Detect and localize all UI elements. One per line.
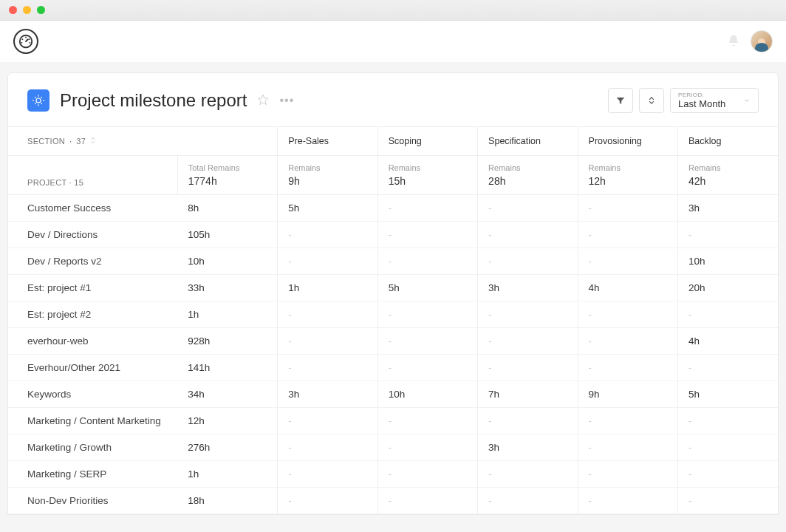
project-name-cell: Est: project #2 bbox=[8, 301, 177, 328]
table-row[interactable]: Dev / Reports v210h----10h bbox=[8, 248, 778, 275]
sort-updown-icon bbox=[646, 95, 657, 106]
svg-point-4 bbox=[21, 42, 23, 44]
data-cell: 5h bbox=[377, 275, 477, 301]
data-cell: - bbox=[278, 488, 377, 514]
project-name-cell: Marketing / Content Marketing bbox=[8, 408, 177, 434]
data-cell: 3h bbox=[478, 434, 578, 461]
table-row[interactable]: Marketing / SERP1h----- bbox=[8, 461, 778, 488]
project-name-cell: Marketing / Growth bbox=[8, 434, 177, 461]
more-menu-button[interactable]: ••• bbox=[279, 94, 294, 107]
data-cell: - bbox=[377, 248, 477, 275]
page-title: Project milestone report bbox=[60, 90, 247, 111]
data-cell: 20h bbox=[678, 275, 779, 301]
data-cell: - bbox=[678, 355, 779, 381]
project-name-cell: Customer Success bbox=[8, 195, 177, 222]
table-row[interactable]: Marketing / Growth276h--3h-- bbox=[8, 434, 778, 461]
data-cell: 5h bbox=[278, 195, 377, 222]
table-row[interactable]: Est: project #21h----- bbox=[8, 301, 778, 328]
project-count-header: PROJECT · 15 bbox=[27, 178, 83, 187]
column-header[interactable]: Backlog bbox=[678, 127, 779, 156]
table-row[interactable]: everhour-web928h----4h bbox=[8, 328, 778, 355]
table-row[interactable]: Dev / Directions105h----- bbox=[8, 222, 778, 248]
data-cell: - bbox=[278, 301, 377, 328]
data-cell: - bbox=[278, 355, 377, 381]
column-header[interactable]: Scoping bbox=[377, 127, 477, 156]
app-logo[interactable] bbox=[13, 29, 38, 54]
notifications-icon[interactable] bbox=[727, 34, 740, 50]
project-name-cell: everhour-web bbox=[8, 328, 177, 355]
table-row[interactable]: Non-Dev Priorities18h----- bbox=[8, 488, 778, 514]
data-cell: - bbox=[478, 355, 578, 381]
data-cell: - bbox=[678, 461, 779, 488]
table-row[interactable]: Est: project #133h1h5h3h4h20h bbox=[8, 275, 778, 301]
project-name-cell: Non-Dev Priorities bbox=[8, 488, 177, 514]
table-row[interactable]: Marketing / Content Marketing12h----- bbox=[8, 408, 778, 434]
data-cell: - bbox=[578, 355, 677, 381]
data-cell: - bbox=[578, 248, 677, 275]
column-header[interactable]: Pre-Sales bbox=[278, 127, 377, 156]
data-cell: - bbox=[377, 461, 477, 488]
data-cell: - bbox=[478, 222, 578, 248]
sort-toggle-button[interactable] bbox=[639, 88, 664, 113]
window-maximize-icon[interactable] bbox=[37, 6, 45, 14]
svg-point-1 bbox=[25, 37, 27, 38]
browser-chrome bbox=[0, 0, 786, 21]
data-cell: 3h bbox=[278, 381, 377, 408]
gauge-icon bbox=[18, 33, 34, 50]
chevron-down-icon bbox=[743, 95, 751, 106]
data-cell: 5h bbox=[678, 381, 779, 408]
project-total-cell: 1h bbox=[177, 461, 277, 488]
data-cell: 7h bbox=[478, 381, 578, 408]
column-header[interactable]: Provosioning bbox=[578, 127, 677, 156]
favorite-button[interactable] bbox=[257, 94, 269, 108]
data-cell: - bbox=[377, 328, 477, 355]
project-name-cell: Dev / Reports v2 bbox=[8, 248, 177, 275]
data-cell: 3h bbox=[478, 275, 578, 301]
project-total-cell: 105h bbox=[177, 222, 277, 248]
data-cell: 4h bbox=[578, 275, 677, 301]
data-cell: - bbox=[578, 408, 677, 434]
data-cell: - bbox=[478, 301, 578, 328]
sort-icon bbox=[90, 137, 96, 146]
data-cell: - bbox=[278, 408, 377, 434]
section-count-header[interactable]: SECTION · 37 bbox=[27, 137, 267, 146]
data-cell: - bbox=[377, 434, 477, 461]
window-close-icon[interactable] bbox=[9, 6, 17, 14]
project-total-cell: 1h bbox=[177, 301, 277, 328]
data-cell: - bbox=[578, 301, 677, 328]
data-cell: - bbox=[678, 408, 779, 434]
column-header[interactable]: Specification bbox=[478, 127, 578, 156]
data-cell: - bbox=[478, 195, 578, 222]
report-icon bbox=[27, 89, 49, 112]
data-cell: 3h bbox=[678, 195, 779, 222]
data-cell: 9h bbox=[578, 381, 677, 408]
svg-point-5 bbox=[30, 42, 31, 44]
project-name-cell: Est: project #1 bbox=[8, 275, 177, 301]
user-avatar[interactable] bbox=[751, 30, 773, 52]
project-name-cell: Marketing / SERP bbox=[8, 461, 177, 488]
project-total-cell: 12h bbox=[177, 408, 277, 434]
svg-point-2 bbox=[22, 38, 24, 40]
project-total-cell: 18h bbox=[177, 488, 277, 514]
data-cell: - bbox=[578, 461, 677, 488]
data-cell: - bbox=[377, 355, 477, 381]
data-cell: 10h bbox=[377, 381, 477, 408]
gear-star-icon bbox=[32, 94, 45, 107]
period-select[interactable]: PERIOD: Last Month bbox=[670, 88, 759, 113]
section-header-row: SECTION · 37 Pre-Sales Scoping Specifica… bbox=[8, 127, 778, 156]
filter-button[interactable] bbox=[608, 88, 633, 113]
table-row[interactable]: Everhour/Other 2021141h----- bbox=[8, 355, 778, 381]
data-cell: 1h bbox=[278, 275, 377, 301]
data-cell: - bbox=[278, 461, 377, 488]
data-cell: - bbox=[678, 434, 779, 461]
table-row[interactable]: Keywords34h3h10h7h9h5h bbox=[8, 381, 778, 408]
window-minimize-icon[interactable] bbox=[23, 6, 31, 14]
report-header: Project milestone report ••• PERIOD: Las… bbox=[8, 73, 778, 126]
data-cell: - bbox=[377, 195, 477, 222]
data-cell: - bbox=[478, 328, 578, 355]
svg-marker-8 bbox=[259, 95, 268, 104]
project-total-cell: 928h bbox=[177, 328, 277, 355]
table-row[interactable]: Customer Success8h5h---3h bbox=[8, 195, 778, 222]
data-cell: - bbox=[377, 488, 477, 514]
project-total-cell: 34h bbox=[177, 381, 277, 408]
